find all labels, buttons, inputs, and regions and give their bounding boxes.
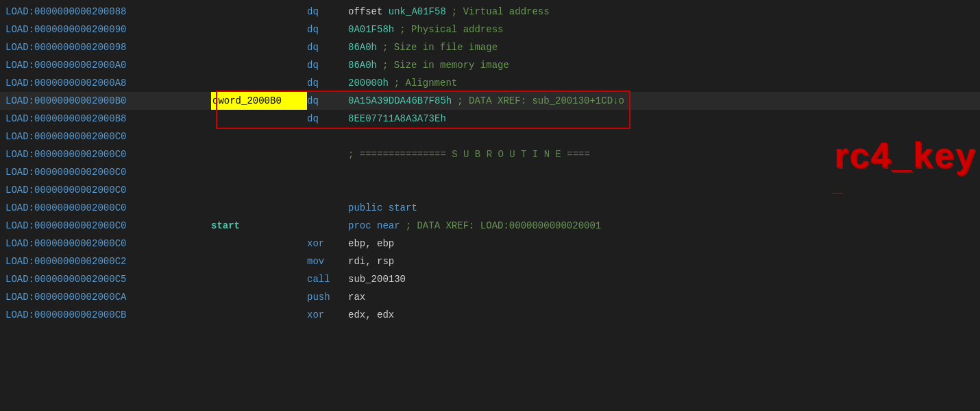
address: LOAD:00000000002000C0	[5, 163, 211, 181]
code-line: LOAD:00000000002000CBxoredx, edx	[0, 306, 980, 324]
code-line: LOAD:00000000002000C5callsub_200130	[0, 270, 980, 288]
comment: ; DATA XREF: LOAD:0000000000020001	[406, 217, 602, 235]
code-line: LOAD:00000000002000C0public start	[0, 199, 980, 217]
mnemonic: dq	[307, 92, 348, 110]
operand: rax	[348, 288, 365, 306]
address: LOAD:00000000002000C0	[5, 235, 211, 253]
operand: 200000h	[348, 74, 389, 92]
mnemonic: dq	[307, 74, 348, 92]
comment: ; Size in file image	[382, 38, 498, 56]
code-line: LOAD:00000000002000C2movrdi, rsp	[0, 253, 980, 270]
code-line: LOAD:00000000002000C0	[0, 128, 980, 145]
code-line: LOAD:00000000002000A8dq200000h ; Alignme…	[0, 74, 980, 92]
comment: ; Size in memory image	[382, 56, 509, 74]
operand: public start	[348, 199, 417, 217]
rc4-key-underline: _	[832, 174, 843, 196]
comment: ; Physical address	[400, 21, 503, 38]
operand: offset unk_A01F58	[348, 3, 446, 21]
code-line: LOAD:00000000002000B8dq8EE07711A8A3A73Eh	[0, 110, 980, 128]
address: LOAD:00000000002000CB	[5, 306, 211, 324]
code-line: LOAD:00000000002000B0qword_2000B0dq0A15A…	[0, 92, 980, 110]
mnemonic: call	[307, 270, 348, 288]
operand: 0A15A39DDA46B7F85h	[348, 92, 452, 110]
address: LOAD:00000000002000C0	[5, 217, 211, 235]
address: LOAD:00000000002000C2	[5, 253, 211, 270]
operand: ; =============== S U B R O U T I N E ==…	[348, 145, 590, 163]
address: LOAD:00000000002000CA	[5, 288, 211, 306]
address: LOAD:00000000002000C0	[5, 145, 211, 163]
mnemonic: dq	[307, 38, 348, 56]
address: LOAD:00000000002000B0	[5, 92, 211, 110]
address: LOAD:00000000002000C0	[5, 181, 211, 199]
mnemonic: dq	[307, 3, 348, 21]
operand: 86A0h	[348, 56, 377, 74]
mnemonic: dq	[307, 21, 348, 38]
code-line: LOAD:00000000002000CApushrax	[0, 288, 980, 306]
label: qword_2000B0	[211, 92, 307, 110]
code-line: LOAD:0000000000200088dqoffset unk_A01F58…	[0, 3, 980, 21]
address: LOAD:00000000002000A0	[5, 56, 211, 74]
mnemonic: push	[307, 288, 348, 306]
mnemonic: dq	[307, 110, 348, 128]
code-line: LOAD:0000000000200098dq86A0h ; Size in f…	[0, 38, 980, 56]
code-line: LOAD:00000000002000C0; =============== S…	[0, 145, 980, 163]
operand: sub_200130	[348, 270, 406, 288]
code-line: LOAD:00000000002000A0dq86A0h ; Size in m…	[0, 56, 980, 74]
comment: ; Alignment	[394, 74, 457, 92]
comment: ; Virtual address	[452, 3, 550, 21]
code-line: LOAD:00000000002000C0xorebp, ebp	[0, 235, 980, 253]
code-view: LOAD:0000000000200088dqoffset unk_A01F58…	[0, 0, 980, 411]
address: LOAD:00000000002000A8	[5, 74, 211, 92]
comment: ; DATA XREF: sub_200130+1CD↓o	[457, 92, 624, 110]
operand: 0A01F58h	[348, 21, 394, 38]
address: LOAD:00000000002000C5	[5, 270, 211, 288]
code-line: LOAD:0000000000200090dq0A01F58h ; Physic…	[0, 21, 980, 38]
operand: proc near	[348, 217, 400, 235]
address: LOAD:0000000000200098	[5, 38, 211, 56]
operand: edx, edx	[348, 306, 394, 324]
mnemonic: xor	[307, 235, 348, 253]
mnemonic: dq	[307, 56, 348, 74]
mnemonic: mov	[307, 253, 348, 270]
label: start	[211, 217, 307, 235]
address: LOAD:0000000000200090	[5, 21, 211, 38]
address: LOAD:0000000000200088	[5, 3, 211, 21]
address: LOAD:00000000002000C0	[5, 128, 211, 145]
operand: 8EE07711A8A3A73Eh	[348, 110, 446, 128]
operand: rdi, rsp	[348, 253, 394, 270]
address: LOAD:00000000002000B8	[5, 110, 211, 128]
rc4-key-label: rc4_key	[834, 134, 977, 176]
code-line: LOAD:00000000002000C0startproc near ; DA…	[0, 217, 980, 235]
address: LOAD:00000000002000C0	[5, 199, 211, 217]
operand: 86A0h	[348, 38, 377, 56]
mnemonic: xor	[307, 306, 348, 324]
operand: ebp, ebp	[348, 235, 394, 253]
